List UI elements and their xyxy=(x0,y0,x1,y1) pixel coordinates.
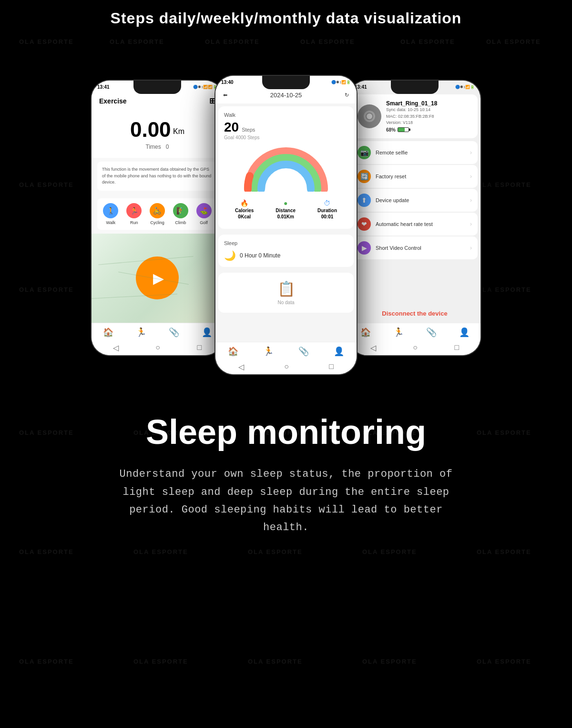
run-label: Run xyxy=(130,220,138,225)
nav-home-right[interactable]: 🏠 xyxy=(360,327,371,338)
exercise-climb[interactable]: 🧗 Climb xyxy=(173,203,188,225)
watermark: OLA ESPORTE xyxy=(248,658,303,665)
device-info: Smart_Ring_01_18 Sync data: 10-25 10:14 … xyxy=(386,100,472,133)
goal-text: Goal 4000 Steps xyxy=(224,135,348,140)
watermark: OLA ESPORTE xyxy=(19,658,74,665)
time-left: 13:41 xyxy=(97,84,110,90)
no-data-icon: 📋 xyxy=(277,280,295,297)
play-container: ▶ xyxy=(92,247,223,309)
metric-distance: ● Distance 0.01Km xyxy=(276,199,296,219)
home-icon-r[interactable]: ○ xyxy=(413,343,418,352)
nav-activity-right[interactable]: 🏃 xyxy=(393,327,404,338)
back-icon-r[interactable]: ◁ xyxy=(370,343,376,352)
menu-video-control[interactable]: ▶ Short Video Control › xyxy=(352,236,478,259)
phone-exercise: 13:41 🔵❋↕📶📶🔋 Exercise ⊞ 0.00 Km Times xyxy=(91,80,224,356)
cycling-label: Cycling xyxy=(150,220,164,225)
sleep-section-label: Sleep xyxy=(224,240,348,246)
exercise-cycling[interactable]: 🚴 Cycling xyxy=(150,203,165,225)
metric-calories: 🔥 Calories 0Kcal xyxy=(235,199,254,219)
home-icon-c[interactable]: ○ xyxy=(284,362,289,371)
steps-card: Walk 20 Steps Goal 4000 Steps xyxy=(218,106,354,229)
walk-section-label: Walk xyxy=(224,112,348,118)
refresh-icon[interactable]: ↻ xyxy=(345,92,349,98)
device-name: Smart_Ring_01_18 xyxy=(386,100,472,107)
nav-profile-center[interactable]: 👤 xyxy=(334,346,344,357)
phone-device: 13:41 🔵❋↕📶🔋 Smart_Ring_01_18 Syn xyxy=(348,80,481,356)
sleep-card: Sleep 🌙 0 Hour 0 Minute xyxy=(218,235,354,267)
distance-icon: ● xyxy=(284,199,287,207)
status-icons-center: 🔵❋↕📶🔋 xyxy=(331,80,351,84)
menu-device-update[interactable]: ⬆ Device update › xyxy=(352,189,478,212)
exercise-icons: 🚶 Walk 🏃 Run 🚴 Cycling 🧗 Climb xyxy=(97,198,217,230)
duration-label: Duration xyxy=(317,208,337,213)
date-label: 2024-10-25 xyxy=(270,92,302,99)
nav-connect-left[interactable]: 📎 xyxy=(169,327,179,338)
nav-activity-left[interactable]: 🏃 xyxy=(136,327,146,338)
heart-chevron: › xyxy=(470,221,472,227)
moon-icon: 🌙 xyxy=(224,250,236,261)
nav-connect-right[interactable]: 📎 xyxy=(426,327,437,338)
video-chevron: › xyxy=(470,245,472,251)
distance-label: Distance xyxy=(276,208,296,213)
metric-duration: ⏱ Duration 00:01 xyxy=(317,199,337,219)
calories-label: Calories xyxy=(235,208,254,213)
device-sync: Sync data: 10-25 10:14 xyxy=(386,107,472,113)
factory-icon: 🔄 xyxy=(358,170,371,183)
menu-factory-reset[interactable]: 🔄 Factory reset › xyxy=(352,165,478,188)
duration-icon: ⏱ xyxy=(324,199,330,207)
nav-home-left[interactable]: 🏠 xyxy=(103,327,113,338)
map-area: ▶ xyxy=(92,234,223,323)
steps-metrics: 🔥 Calories 0Kcal ● Distance 0.01Km ⏱ Dur… xyxy=(224,195,348,223)
exercise-distance: 0.00 Km Times 0 xyxy=(92,110,223,158)
bottom-nav-left: 🏠 🏃 📎 👤 xyxy=(92,323,223,340)
section-title: Sleep monitoring xyxy=(19,413,553,451)
duration-value: 00:01 xyxy=(321,214,334,219)
update-label: Device update xyxy=(376,197,465,203)
back-icon[interactable]: ◁ xyxy=(113,343,119,352)
watermark: OLA ESPORTE xyxy=(477,658,531,665)
sleep-time: 0 Hour 0 Minute xyxy=(240,252,280,259)
menu-heart-rate[interactable]: ❤ Automatic heart rate test › xyxy=(352,213,478,236)
home-icon[interactable]: ○ xyxy=(155,343,160,352)
nav-home-center[interactable]: 🏠 xyxy=(228,346,238,357)
exercise-walk[interactable]: 🚶 Walk xyxy=(103,203,118,225)
play-button[interactable]: ▶ xyxy=(136,256,179,299)
recent-icon-r[interactable]: □ xyxy=(455,343,460,352)
recent-icon[interactable]: □ xyxy=(197,343,202,352)
share-icon[interactable]: ⬅ xyxy=(223,92,227,98)
exercise-run[interactable]: 🏃 Run xyxy=(126,203,142,225)
nav-connect-center[interactable]: 📎 xyxy=(298,346,309,357)
walk-label: Walk xyxy=(106,220,116,225)
steps-header: ⬅ 2024-10-25 ↻ xyxy=(215,87,357,103)
nav-activity-center[interactable]: 🏃 xyxy=(263,346,274,357)
status-icons-right: 🔵❋↕📶🔋 xyxy=(455,85,475,89)
menu-remote-selfie[interactable]: 📷 Remote selfie › xyxy=(352,141,478,164)
status-icons-left: 🔵❋↕📶📶🔋 xyxy=(193,85,217,89)
update-chevron: › xyxy=(470,197,472,204)
recent-icon-c[interactable]: □ xyxy=(329,362,334,371)
bottom-nav-right: 🏠 🏃 📎 👤 xyxy=(349,323,480,340)
android-nav-left: ◁ ○ □ xyxy=(92,340,223,355)
heart-label: Automatic heart rate test xyxy=(376,221,465,227)
nav-profile-left[interactable]: 👤 xyxy=(202,327,212,338)
back-icon-c[interactable]: ◁ xyxy=(238,362,244,371)
selfie-icon: 📷 xyxy=(358,146,371,159)
battery-bar xyxy=(398,127,409,132)
steps-num: 20 xyxy=(224,120,239,135)
bottom-nav-center: 🏠 🏃 📎 👤 xyxy=(215,342,357,359)
svg-point-2 xyxy=(367,113,372,119)
status-bar-center: 13:40 🔵❋↕📶🔋 xyxy=(215,76,357,87)
device-version: Version: V118 xyxy=(386,120,472,126)
ring-image xyxy=(358,104,381,128)
golf-label: Golf xyxy=(200,220,208,225)
nav-profile-right[interactable]: 👤 xyxy=(459,327,470,338)
section-description: Understand your own sleep status, the pr… xyxy=(119,465,453,537)
android-nav-right: ◁ ○ □ xyxy=(349,340,480,355)
device-menu: 📷 Remote selfie › 🔄 Factory reset › ⬆ De… xyxy=(349,141,480,305)
exercise-header: Exercise ⊞ xyxy=(92,92,223,110)
watermark: OLA ESPORTE xyxy=(133,658,188,665)
disconnect-button[interactable]: Disconnect the device xyxy=(349,304,480,323)
calories-icon: 🔥 xyxy=(240,199,248,207)
time-center: 13:40 xyxy=(221,80,234,85)
exercise-golf[interactable]: ⛳ Golf xyxy=(196,203,212,225)
